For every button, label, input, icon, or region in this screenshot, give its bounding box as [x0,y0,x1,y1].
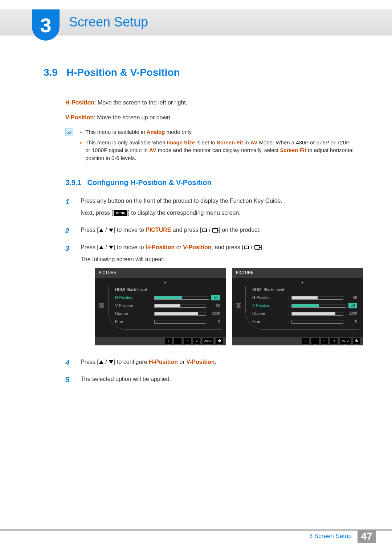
osd-item-label: Coarse [115,311,148,317]
osd-footer-button: ⏻ [353,338,360,344]
definition-vposition: V-Position: Move the screen up or down. [65,113,363,122]
triangle-down-icon [109,360,113,364]
page-content: 3.9H-Position & V-Position H-Position: M… [44,65,363,392]
subsection-title: Configuring H-Position & V-Position [87,178,211,186]
note-icon [65,128,73,136]
note-list: This menu is available in Analog mode on… [80,128,356,164]
osd-item-label: Coarse [252,311,286,317]
step-5: 5 The selected option will be applied. [65,375,363,387]
section-title: H-Position & V-Position [66,67,180,78]
step-3: 3 Press [ / ] to move to H-Position or V… [65,243,363,353]
enter-icon [212,228,218,233]
page-number: 47 [358,530,376,543]
osd-footer: ◂−+↲AUTO⏻ [95,337,226,345]
triangle-up-icon [99,229,103,232]
step-1: 1 Press any button on the front of the p… [65,197,363,221]
osd-item: H-Position:50 [109,294,222,302]
osd-item: V-Position:50 [109,302,222,310]
osd-panel-left: PICTURE ▲ HDMI Black Level H-Position:50… [95,268,226,345]
note-block: This menu is available in Analog mode on… [65,128,363,164]
osd-item: Coarse:2200 [109,310,222,318]
subsection-number: 3.9.1 [65,178,81,186]
osd-panel-right: PICTURE ▲ HDMI Black Level H-Position:50… [232,268,363,345]
svg-rect-1 [100,304,103,307]
osd-item-label: HDMI Black Level [252,287,286,293]
osd-item: H-Position:50 [246,294,359,302]
osd-item: HDMI Black Level [246,286,359,294]
triangle-up-icon [99,246,103,249]
osd-item-label: H-Position [115,295,148,301]
osd-item-label: V-Position [115,303,148,309]
osd-item: V-Position:50 [246,302,359,310]
osd-footer-button: AUTO [203,338,213,344]
osd-item-label: H-Position [252,295,286,301]
osd-footer-button: ◂ [302,338,309,344]
osd-footer-button: + [184,338,191,344]
osd-item: HDMI Black Level [109,286,222,294]
osd-footer-button: ◂ [165,338,172,344]
step-list: 1 Press any button on the front of the p… [65,197,363,387]
source-icon [202,229,207,232]
osd-item-label: Fine [252,319,286,325]
osd-item: Coarse:2200 [246,310,359,318]
osd-footer-button: + [321,338,328,344]
page-footer: 3 Screen Setup 47 [0,529,392,542]
osd-footer-button: − [311,338,319,344]
osd-footer-button: ↲ [193,338,200,344]
triangle-down-icon [109,229,113,232]
section-heading: 3.9H-Position & V-Position [44,65,363,80]
triangle-up-icon [99,360,103,364]
osd-item-label: V-Position [252,303,286,309]
subsection-heading: 3.9.1Configuring H-Position & V-Position [65,177,363,188]
osd-scroll-up-icon: ▲ [245,280,359,285]
osd-item-label: Fine [115,319,148,325]
step-4: 4 Press [ / ] to configure H-Position or… [65,358,363,370]
osd-category-icon [97,280,105,331]
svg-rect-3 [237,304,240,307]
osd-header: PICTURE [232,268,363,278]
note-item: This menu is available in Analog mode on… [80,128,356,136]
enter-icon [254,245,260,250]
osd-category-icon [234,280,242,331]
menu-button-icon: MENU [114,210,128,216]
osd-scroll-up-icon: ▲ [108,280,222,285]
source-icon [244,246,249,249]
osd-item: Fine:0 [246,318,359,326]
note-item: This menu is only available when Image S… [80,139,356,162]
definition-hposition: H-Position: Move the screen to the left … [65,98,363,107]
osd-item: Fine:0 [109,318,222,326]
term-hposition: H-Position [65,99,94,106]
footer-breadcrumb: 3 Screen Setup [309,533,352,540]
step-2: 2 Press [ / ] to move to PICTURE and pre… [65,226,363,238]
section-number: 3.9 [44,67,58,78]
osd-footer-button: AUTO [340,338,351,344]
chapter-number-badge: 3 [32,9,60,41]
osd-preview-row: PICTURE ▲ HDMI Black Level H-Position:50… [95,268,363,345]
osd-footer: ◂−+↲AUTO⏻ [232,337,363,345]
osd-footer-button: − [174,338,181,344]
triangle-down-icon [109,246,113,249]
osd-header: PICTURE [95,268,226,278]
chapter-title: Screen Setup [69,15,148,30]
osd-item-label: HDMI Black Level [115,287,148,293]
osd-footer-button: ⏻ [216,338,223,344]
osd-footer-button: ↲ [330,338,338,344]
term-vposition: V-Position [65,114,94,120]
